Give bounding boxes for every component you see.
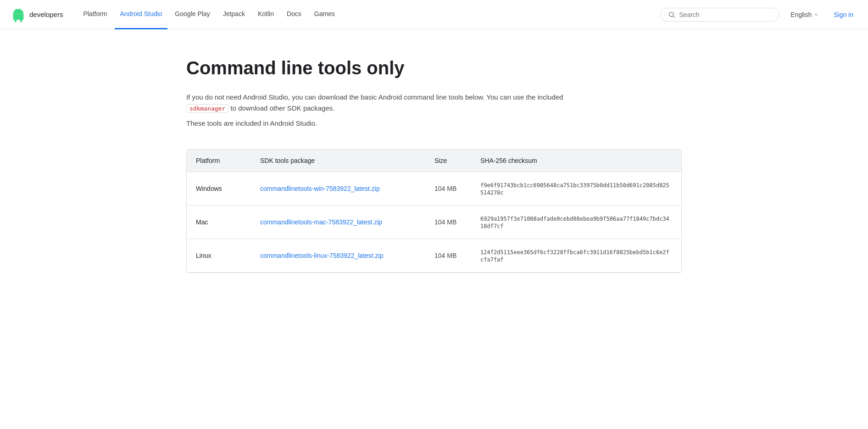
description-text-1: If you do not need Android Studio, you c… xyxy=(186,93,563,101)
platform-cell-linux: Linux xyxy=(187,239,251,273)
checksum-cell-mac: 6929a1957f3e71008adfade0cebd08ebea9b9f50… xyxy=(471,206,681,239)
downloads-table-wrapper: Platform SDK tools package Size SHA-256 … xyxy=(186,149,682,273)
col-header-checksum: SHA-256 checksum xyxy=(471,150,681,172)
search-icon xyxy=(668,11,675,18)
checksum-value-windows: f9e6f91743bcb1cc6905648ca751bc33975b0dd1… xyxy=(480,182,669,196)
size-cell-windows: 104 MB xyxy=(425,172,471,206)
main-content: Command line tools only If you do not ne… xyxy=(113,29,755,301)
nav-item-kotlin[interactable]: Kotlin xyxy=(252,0,279,29)
nav-item-docs[interactable]: Docs xyxy=(281,0,307,29)
nav-item-jetpack[interactable]: Jetpack xyxy=(217,0,250,29)
table-header-row: Platform SDK tools package Size SHA-256 … xyxy=(187,150,681,172)
nav-item-platform[interactable]: Platform xyxy=(78,0,112,29)
description-text-1-end: to download other SDK packages. xyxy=(230,104,334,112)
table-row: Windows commandlinetools-win-7583922_lat… xyxy=(187,172,681,206)
package-cell-linux: commandlinetools-linux-7583922_latest.zi… xyxy=(251,239,425,273)
nav-item-android-studio[interactable]: Android Studio xyxy=(115,0,168,29)
checksum-cell-windows: f9e6f91743bcb1cc6905648ca751bc33975b0dd1… xyxy=(471,172,681,206)
main-nav: Platform Android Studio Google Play Jetp… xyxy=(78,0,660,29)
size-cell-mac: 104 MB xyxy=(425,206,471,239)
svg-point-0 xyxy=(669,12,673,16)
logo-link[interactable]: developers xyxy=(11,7,63,22)
package-cell-mac: commandlinetools-mac-7583922_latest.zip xyxy=(251,206,425,239)
nav-item-google-play[interactable]: Google Play xyxy=(169,0,215,29)
table-header: Platform SDK tools package Size SHA-256 … xyxy=(187,150,681,172)
header-right: English Sign in xyxy=(660,8,857,22)
tools-note: These tools are included in Android Stud… xyxy=(186,119,682,127)
svg-line-1 xyxy=(673,16,674,17)
col-header-package: SDK tools package xyxy=(251,150,425,172)
table-row: Mac commandlinetools-mac-7583922_latest.… xyxy=(187,206,681,239)
search-input[interactable] xyxy=(679,11,772,18)
download-link-mac[interactable]: commandlinetools-mac-7583922_latest.zip xyxy=(260,218,382,226)
page-title: Command line tools only xyxy=(186,57,682,79)
sdkmanager-code: sdkmanager xyxy=(186,104,228,113)
downloads-table: Platform SDK tools package Size SHA-256 … xyxy=(187,150,681,273)
language-label: English xyxy=(790,11,812,18)
language-selector[interactable]: English xyxy=(787,8,823,21)
size-cell-linux: 104 MB xyxy=(425,239,471,273)
platform-cell-windows: Windows xyxy=(187,172,251,206)
download-link-linux[interactable]: commandlinetools-linux-7583922_latest.zi… xyxy=(260,252,384,259)
col-header-platform: Platform xyxy=(187,150,251,172)
checksum-value-mac: 6929a1957f3e71008adfade0cebd08ebea9b9f50… xyxy=(480,216,669,229)
nav-item-games[interactable]: Games xyxy=(309,0,340,29)
site-header: developers Platform Android Studio Googl… xyxy=(0,0,868,29)
platform-cell-mac: Mac xyxy=(187,206,251,239)
package-cell-windows: commandlinetools-win-7583922_latest.zip xyxy=(251,172,425,206)
search-box[interactable] xyxy=(660,8,779,22)
table-body: Windows commandlinetools-win-7583922_lat… xyxy=(187,172,681,273)
logo-text: developers xyxy=(29,11,63,18)
checksum-cell-linux: 124f2d5115eee365df6cf3228ffbca6fc3911d16… xyxy=(471,239,681,273)
sign-in-button[interactable]: Sign in xyxy=(830,8,857,21)
android-logo-icon xyxy=(11,7,26,22)
checksum-value-linux: 124f2d5115eee365df6cf3228ffbca6fc3911d16… xyxy=(480,249,669,263)
col-header-size: Size xyxy=(425,150,471,172)
description-block: If you do not need Android Studio, you c… xyxy=(186,92,581,114)
chevron-down-icon xyxy=(813,12,819,17)
download-link-windows[interactable]: commandlinetools-win-7583922_latest.zip xyxy=(260,185,380,192)
table-row: Linux commandlinetools-linux-7583922_lat… xyxy=(187,239,681,273)
